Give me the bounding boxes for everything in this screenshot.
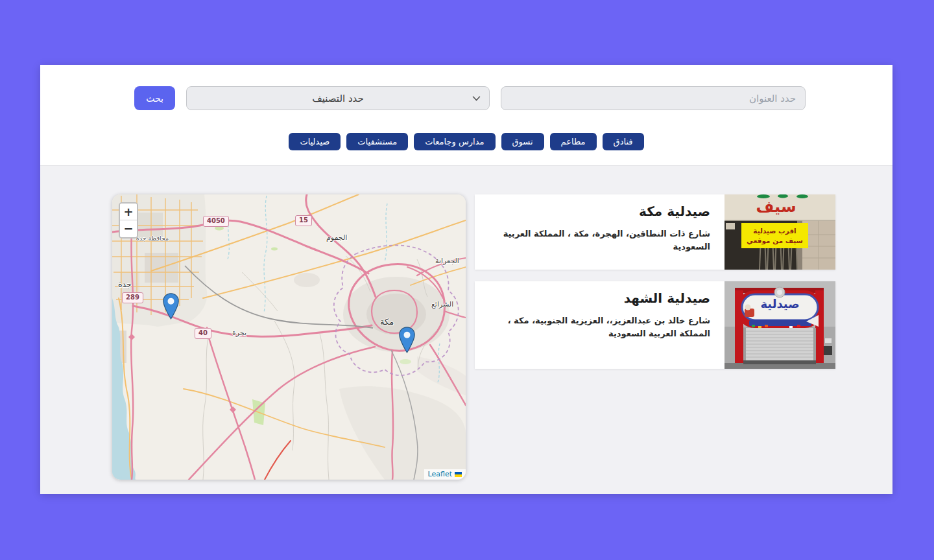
result-card-alshahd-pharmacy[interactable]: صيدلية صيدلية الشهد شارع خالد بن عبدالعز… [475, 281, 835, 369]
content-section: + − 4050 15 289 40 محافظة جدة جدة الجموم… [40, 167, 892, 494]
result-card-body: صيدلية مكة شارع ذات النطاقين، الهجرة، مك… [475, 194, 724, 270]
category-button-pharmacies[interactable]: صيدليات [289, 133, 341, 150]
search-button[interactable]: بحث [134, 86, 175, 110]
zoom-in-button[interactable]: + [120, 204, 137, 220]
road-shield-40: 40 [195, 328, 211, 339]
result-image-storefront: صيدلية [724, 281, 835, 369]
road-shield-289: 289 [122, 292, 143, 303]
category-select-value: حدد التصنيف [312, 93, 363, 104]
map-marker-makkah[interactable] [399, 327, 415, 353]
map-marker-jeddah[interactable] [163, 293, 179, 320]
ukraine-flag-icon [455, 472, 462, 477]
map-zoom-control: + − [119, 202, 138, 239]
storefront-banner-text: اقرب صيدلية سيف من موقعي [741, 223, 808, 248]
map-label-makkah: مكة [380, 317, 394, 327]
result-card-body: صيدلية الشهد شارع خالد بن عبدالعزيز،، ال… [475, 281, 724, 369]
result-title: صيدلية الشهد [485, 290, 710, 306]
address-input[interactable] [501, 86, 806, 110]
map-label-sharai: الشرائع [431, 300, 453, 309]
map-label-jeddah-province: محافظة جدة [136, 235, 169, 242]
road-shield-4050: 4050 [203, 216, 229, 227]
map-label-jiranah: الجعرانة [435, 257, 459, 265]
category-row: فنادق مطاعم تسوق مدارس وجامعات مستشفيات … [40, 133, 892, 150]
category-button-restaurants[interactable]: مطاعم [550, 133, 597, 150]
result-image-storefront: سيف اقرب صيدلية سيف من موقعي [724, 194, 835, 270]
category-button-shopping[interactable]: تسوق [501, 133, 544, 150]
category-button-schools-universities[interactable]: مدارس وجامعات [414, 133, 495, 150]
storefront-sign-text: صيدلية [724, 297, 835, 310]
category-button-hotels[interactable]: فنادق [603, 133, 644, 150]
result-address: شارع ذات النطاقين، الهجرة، مكة ، المملكة… [485, 228, 710, 253]
category-button-hospitals[interactable]: مستشفيات [346, 133, 408, 150]
search-section: بحث حدد التصنيف فنادق مطاعم تسوق مدارس و… [40, 65, 892, 166]
map[interactable]: + − 4050 15 289 40 محافظة جدة جدة الجموم… [112, 194, 466, 480]
result-card-makkah-pharmacy[interactable]: سيف اقرب صيدلية سيف من موقعي صيدلية مكة … [475, 194, 835, 270]
leaflet-link[interactable]: Leaflet [428, 470, 452, 478]
page-background: بحث حدد التصنيف فنادق مطاعم تسوق مدارس و… [0, 0, 934, 560]
chevron-down-icon [472, 95, 481, 101]
map-label-jeddah: جدة [118, 279, 132, 289]
result-title: صيدلية مكة [485, 204, 710, 219]
zoom-out-button[interactable]: − [120, 220, 137, 237]
result-address: شارع خالد بن عبدالعزيز،، العزيزية الجنوب… [485, 314, 710, 340]
results-list: سيف اقرب صيدلية سيف من موقعي صيدلية مكة … [475, 194, 835, 369]
road-shield-15: 15 [295, 215, 312, 226]
map-label-bahrah: بحرة [232, 329, 246, 337]
map-attribution: Leaflet [424, 469, 466, 480]
category-select[interactable]: حدد التصنيف [186, 86, 490, 110]
map-label-aljumum: الجموم [326, 233, 347, 242]
storefront-sign-text: سيف [724, 194, 828, 219]
main-panel: بحث حدد التصنيف فنادق مطاعم تسوق مدارس و… [40, 65, 892, 494]
